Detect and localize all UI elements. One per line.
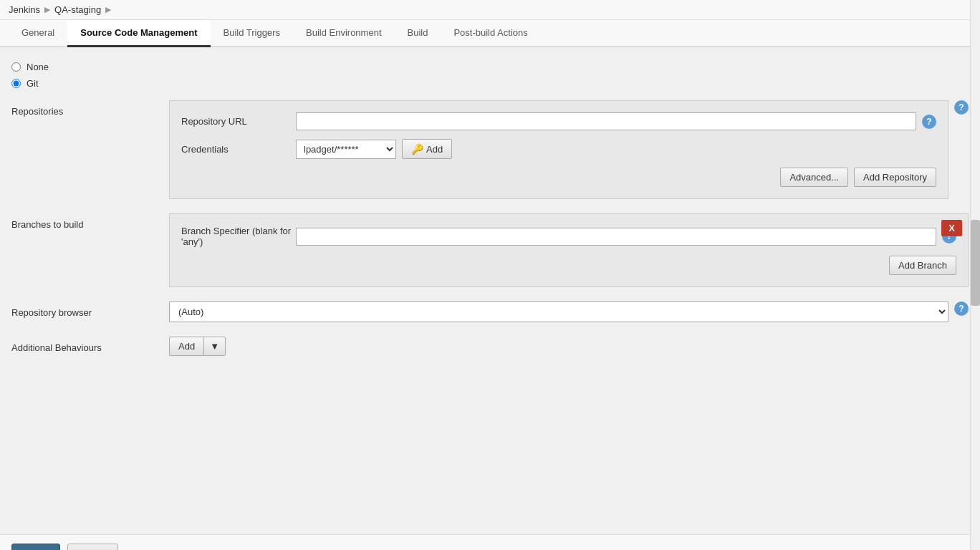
breadcrumb-jenkins[interactable]: Jenkins <box>9 4 40 15</box>
additional-behaviours-section: Additional Behaviours Add ▼ <box>11 337 969 356</box>
tab-source-code-management[interactable]: Source Code Management <box>67 20 210 47</box>
radio-none[interactable] <box>11 62 21 72</box>
branch-specifier-label: Branch Specifier (blank for 'any') <box>181 226 296 247</box>
credentials-controls: lpadget/****** 🔑 Add <box>296 139 452 159</box>
scrollbar-track[interactable] <box>970 0 980 550</box>
tab-post-build-actions[interactable]: Post-build Actions <box>441 20 540 47</box>
credentials-add-button[interactable]: 🔑 Add <box>402 139 452 159</box>
branch-action-buttons: Add Branch <box>181 256 956 275</box>
repositories-section: Repositories Repository URL https://lpad… <box>11 100 969 199</box>
remove-branch-button[interactable]: X <box>941 220 962 236</box>
repositories-content: Repository URL https://lpadget@bitbucket… <box>169 100 948 199</box>
scrollbar-thumb[interactable] <box>971 220 980 306</box>
branch-specifier-row: Branch Specifier (blank for 'any') ${COM… <box>181 226 956 247</box>
tab-build-environment[interactable]: Build Environment <box>293 20 395 47</box>
breadcrumb-qa-staging[interactable]: QA-staging <box>54 4 101 15</box>
branches-section: Branches to build X Branch Specifier (bl… <box>11 213 969 287</box>
repo-action-buttons: Advanced... Add Repository <box>181 168 936 187</box>
branch-specifier-input-wrapper: ${COMMIT_HASH} <box>296 228 936 246</box>
repo-url-input-wrapper: https://lpadget@bitbucket.org/longplayso… <box>296 112 916 130</box>
breadcrumb: Jenkins ▶ QA-staging ▶ <box>0 0 980 20</box>
radio-git[interactable] <box>11 79 21 88</box>
add-branch-button[interactable]: Add Branch <box>889 256 956 275</box>
add-behaviour-dropdown-button[interactable]: ▼ <box>203 337 226 356</box>
advanced-button[interactable]: Advanced... <box>780 168 848 187</box>
branches-label: Branches to build <box>11 213 169 230</box>
add-behaviour-split-button: Add ▼ <box>169 337 226 356</box>
breadcrumb-sep2: ▶ <box>105 5 111 14</box>
repo-browser-section: Repository browser (Auto)bitbucketwebcgi… <box>11 301 969 322</box>
dropdown-arrow-icon: ▼ <box>210 341 219 352</box>
tab-build-triggers[interactable]: Build Triggers <box>211 20 293 47</box>
tab-build[interactable]: Build <box>395 20 441 47</box>
repo-url-label: Repository URL <box>181 116 296 127</box>
additional-behaviours-label: Additional Behaviours <box>11 337 169 353</box>
repo-browser-select[interactable]: (Auto)bitbucketwebcgitfisheyegitblitgiti… <box>169 301 948 322</box>
repo-url-help-icon[interactable]: ? <box>922 115 936 129</box>
apply-button[interactable]: Apply <box>67 544 118 550</box>
key-icon: 🔑 <box>411 143 423 155</box>
repo-browser-content: (Auto)bitbucketwebcgitfisheyegitblitgiti… <box>169 301 948 322</box>
additional-behaviours-content: Add ▼ <box>169 337 226 356</box>
radio-git-label[interactable]: Git <box>27 78 39 89</box>
bottom-bar: Save Apply <box>0 534 980 550</box>
branches-content-wrapper: X Branch Specifier (blank for 'any') ${C… <box>169 213 969 287</box>
credentials-label: Credentials <box>181 144 296 155</box>
repo-url-input[interactable]: https://lpadget@bitbucket.org/longplayso… <box>296 112 916 130</box>
credentials-select[interactable]: lpadget/****** <box>296 140 396 159</box>
repositories-label: Repositories <box>11 100 169 117</box>
repo-url-row: Repository URL https://lpadget@bitbucket… <box>181 112 936 130</box>
add-repository-button[interactable]: Add Repository <box>854 168 936 187</box>
repositories-help-icon[interactable]: ? <box>954 100 969 115</box>
radio-none-label[interactable]: None <box>27 62 49 72</box>
tab-general[interactable]: General <box>9 20 67 47</box>
add-label: Add <box>426 144 443 155</box>
main-content: None Git Repositories Repository URL htt… <box>0 47 980 534</box>
branches-inner-box: X Branch Specifier (blank for 'any') ${C… <box>169 213 969 287</box>
add-behaviour-main-button[interactable]: Add <box>169 337 203 356</box>
save-button[interactable]: Save <box>11 544 60 550</box>
radio-git-row: Git <box>11 78 969 89</box>
breadcrumb-sep1: ▶ <box>44 5 50 14</box>
radio-none-row: None <box>11 62 969 72</box>
credentials-row: Credentials lpadget/****** 🔑 Add <box>181 139 936 159</box>
branch-specifier-input[interactable]: ${COMMIT_HASH} <box>296 228 936 246</box>
scm-radio-group: None Git <box>11 62 969 89</box>
repo-browser-help-icon[interactable]: ? <box>954 301 969 316</box>
repo-browser-label: Repository browser <box>11 301 169 318</box>
tabs-bar: General Source Code Management Build Tri… <box>0 20 980 47</box>
